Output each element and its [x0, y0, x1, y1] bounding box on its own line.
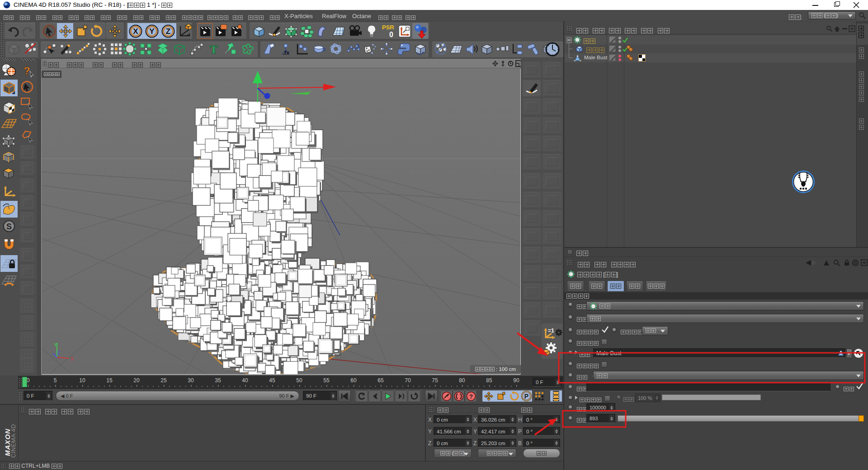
svg-text:0: 0: [389, 31, 393, 38]
svg-text:PSR: PSR: [382, 24, 394, 31]
svg-text:X: X: [71, 356, 74, 361]
svg-text:T: T: [210, 43, 217, 56]
svg-text:S: S: [6, 222, 12, 231]
svg-text:X: X: [133, 27, 138, 36]
svg-text:=1: =1: [548, 328, 554, 334]
svg-text:?: ?: [24, 65, 30, 77]
svg-text:Y: Y: [149, 27, 155, 36]
svg-text:.fx: .fx: [283, 49, 290, 56]
svg-text:Y: Y: [54, 342, 57, 347]
svg-text:?: ?: [469, 393, 473, 400]
svg-text:Z: Z: [166, 27, 170, 36]
svg-text:P: P: [524, 393, 528, 400]
svg-text:Z: Z: [57, 350, 60, 356]
